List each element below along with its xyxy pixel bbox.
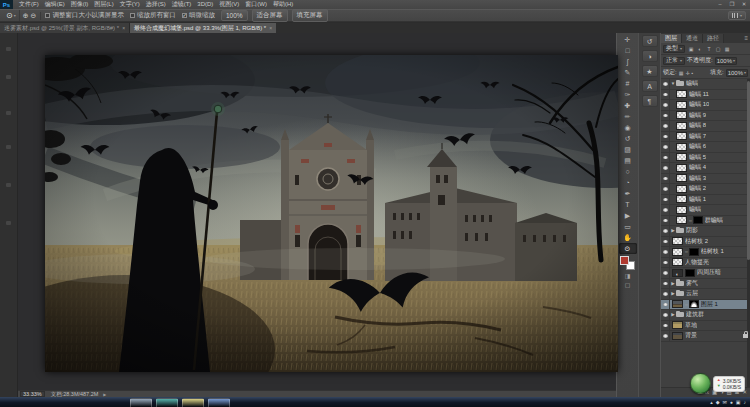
visibility-cell[interactable] [661, 142, 670, 152]
visibility-cell[interactable] [661, 111, 670, 121]
history-brush-tool[interactable]: ↺ [619, 133, 637, 144]
visibility-cell[interactable] [661, 90, 670, 100]
visibility-cell[interactable] [661, 289, 670, 299]
option-checkbox-1[interactable]: 调整窗口大小以满屏显示 [45, 11, 124, 20]
menu-item-10[interactable]: 窗口(W) [242, 0, 270, 9]
visibility-cell[interactable] [661, 163, 670, 173]
visibility-cell[interactable] [661, 132, 670, 142]
visibility-cell[interactable] [661, 321, 670, 331]
tray-icon-3[interactable]: ✉ [723, 399, 727, 405]
layer-row-5[interactable]: 蝙蝠 8 [661, 121, 750, 132]
layer-thumbnail[interactable]: ◐ [672, 269, 683, 277]
layer-thumbnail[interactable] [672, 248, 683, 256]
clone-stamp-tool[interactable]: ◉ [619, 122, 637, 133]
layer-mask-thumbnail[interactable] [693, 216, 703, 224]
filter-type-icon[interactable]: T [705, 45, 713, 53]
status-options-arrow[interactable]: ▶ [103, 392, 106, 397]
layer-row-8[interactable]: 蝙蝠 5 [661, 153, 750, 164]
layer-mask-thumbnail[interactable] [689, 248, 699, 256]
layer-row-14[interactable]: ∞群蝙蝠 [661, 216, 750, 227]
layer-row-13[interactable]: 蝙蝠 [661, 205, 750, 216]
visibility-cell[interactable] [661, 121, 670, 131]
filter-smart-icon[interactable]: ▦ [723, 45, 731, 53]
move-tool[interactable]: ✛ [619, 34, 637, 45]
path-selection-tool[interactable]: ▶ [619, 210, 637, 221]
menu-item-1[interactable]: 文件(F) [16, 0, 42, 9]
foreground-color-swatch[interactable] [620, 256, 629, 265]
filter-shape-icon[interactable]: ▢ [714, 45, 722, 53]
visibility-cell[interactable] [661, 153, 670, 163]
minimize-button[interactable]: – [714, 0, 726, 9]
layer-thumbnail[interactable] [676, 216, 687, 224]
menu-item-7[interactable]: 滤镜(T) [169, 0, 195, 9]
windows-taskbar[interactable]: ▴◆✉●▣♪ [0, 397, 750, 407]
layer-row-23[interactable]: ▶建筑群 [661, 310, 750, 321]
canvas-area[interactable]: 33.33% 文档:28.3M/487.2M ▶ [18, 33, 616, 397]
tray-icon-2[interactable]: ◆ [716, 399, 720, 405]
layer-thumbnail[interactable] [676, 143, 687, 151]
layer-thumbnail[interactable] [676, 132, 687, 140]
close-button[interactable]: ✕ [738, 0, 750, 9]
panel-tab-通道[interactable]: 通道 [682, 34, 703, 43]
layer-thumbnail[interactable] [676, 101, 687, 109]
layer-thumbnail[interactable] [676, 164, 687, 172]
tab-close-icon[interactable]: × [122, 25, 125, 31]
layer-thumbnail[interactable] [672, 258, 683, 266]
visibility-cell[interactable] [661, 258, 670, 268]
color-swatches[interactable] [620, 256, 635, 270]
screen-mode-button[interactable]: ▢ [619, 281, 637, 290]
document-tab-1[interactable]: 迷雾素材.psd @ 25%(背景 副本, RGB/8#) *× [0, 23, 130, 33]
crop-tool[interactable]: # [619, 78, 637, 89]
layer-row-19[interactable]: ◐四周压暗 [661, 268, 750, 279]
menu-item-8[interactable]: 3D(D) [194, 0, 216, 9]
layer-thumbnail[interactable] [672, 321, 683, 329]
visibility-cell[interactable] [661, 300, 670, 310]
layer-row-12[interactable]: 蝙蝠 1 [661, 195, 750, 206]
lock-transparency-icon[interactable]: ▦ [679, 70, 684, 76]
layer-mask-thumbnail[interactable] [685, 269, 695, 277]
layer-row-3[interactable]: 蝙蝠 10 [661, 100, 750, 111]
layer-row-10[interactable]: 蝙蝠 3 [661, 174, 750, 185]
visibility-cell[interactable] [661, 268, 670, 278]
layer-row-21[interactable]: ▶云层 [661, 289, 750, 300]
gradient-tool[interactable]: ▤ [619, 155, 637, 166]
panel-menu-icon[interactable]: ≡ [742, 34, 750, 43]
layer-row-20[interactable]: ▶雾气 [661, 279, 750, 290]
character-panel-icon[interactable]: A [642, 80, 658, 92]
quick-mask-button[interactable]: ◨ [619, 272, 637, 281]
dodge-tool[interactable]: ◔ [619, 177, 637, 188]
adjustments-panel-icon[interactable]: ◑ [642, 50, 658, 62]
visibility-cell[interactable] [661, 247, 670, 257]
taskbar-app-2[interactable] [156, 398, 178, 407]
layer-row-24[interactable]: 草地 [661, 321, 750, 332]
layer-mask-thumbnail[interactable] [689, 300, 699, 308]
zoom-tool[interactable]: ⊙ [619, 243, 637, 254]
network-monitor-widget[interactable]: ▲ 3.0KB/S ▼ 0.0KB/S [690, 373, 745, 394]
menu-item-5[interactable]: 文字(Y) [117, 0, 143, 9]
quick-selection-tool[interactable]: ✎ [619, 67, 637, 78]
layer-row-9[interactable]: 蝙蝠 4 [661, 163, 750, 174]
layer-thumbnail[interactable] [676, 122, 687, 130]
filter-pixel-icon[interactable]: ▣ [687, 45, 695, 53]
layer-thumbnail[interactable] [676, 174, 687, 182]
option-button-2[interactable]: 适合屏幕 [252, 9, 288, 22]
layer-thumbnail[interactable] [672, 332, 683, 340]
marquee-tool[interactable]: □ [619, 45, 637, 56]
layer-row-16[interactable]: 枯树枝 2 [661, 237, 750, 248]
visibility-cell[interactable] [661, 237, 670, 247]
menu-item-2[interactable]: 编辑(E) [42, 0, 68, 9]
visibility-cell[interactable] [661, 79, 670, 89]
eraser-tool[interactable]: ▨ [619, 144, 637, 155]
visibility-cell[interactable] [661, 216, 670, 226]
styles-panel-icon[interactable]: ★ [642, 65, 658, 77]
menu-item-4[interactable]: 图层(L) [91, 0, 116, 9]
panel-tab-路径[interactable]: 路径 [703, 34, 724, 43]
type-tool[interactable]: T [619, 199, 637, 210]
menu-item-3[interactable]: 图像(I) [68, 0, 92, 9]
history-panel-icon[interactable]: ↺ [642, 35, 658, 47]
layer-thumbnail[interactable] [676, 111, 687, 119]
option-checkbox-3[interactable]: ✓细微缩放 [182, 11, 215, 20]
layer-thumbnail[interactable] [672, 300, 683, 308]
pen-tool[interactable]: ✒ [619, 188, 637, 199]
visibility-cell[interactable] [661, 331, 670, 341]
